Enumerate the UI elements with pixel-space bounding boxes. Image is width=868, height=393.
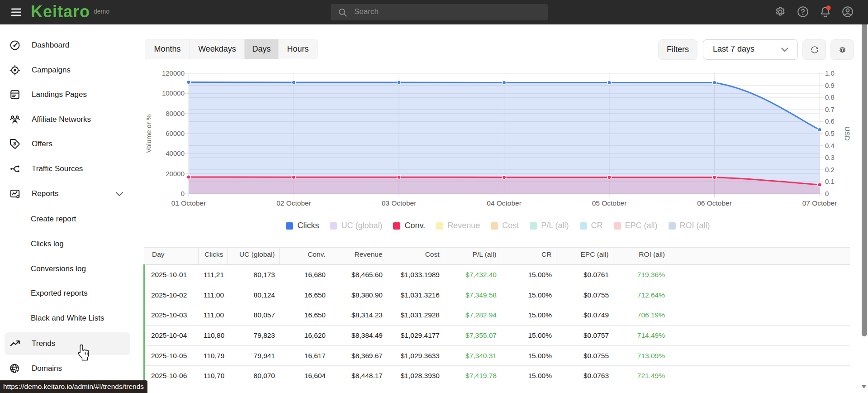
svg-text:0.1: 0.1: [825, 177, 835, 185]
svg-text:02 October: 02 October: [276, 199, 311, 207]
svg-text:20000: 20000: [166, 170, 185, 177]
svg-text:0.9: 0.9: [825, 81, 835, 89]
svg-text:USD: USD: [844, 126, 851, 141]
svg-text:06 October: 06 October: [697, 199, 732, 207]
svg-text:0.2: 0.2: [825, 166, 835, 173]
svg-text:60000: 60000: [166, 129, 185, 137]
svg-text:0.8: 0.8: [825, 93, 835, 101]
svg-text:0.7: 0.7: [825, 105, 835, 113]
svg-text:01 October: 01 October: [171, 199, 206, 207]
svg-text:80000: 80000: [166, 110, 185, 117]
svg-text:0: 0: [825, 190, 829, 197]
svg-text:03 October: 03 October: [382, 199, 417, 207]
svg-text:0.6: 0.6: [825, 117, 835, 125]
svg-text:0: 0: [181, 190, 185, 197]
svg-text:0.3: 0.3: [825, 153, 835, 161]
svg-text:0.5: 0.5: [825, 129, 835, 137]
svg-text:1.0: 1.0: [825, 69, 835, 77]
svg-text:0.4: 0.4: [825, 142, 835, 149]
svg-text:$: $: [14, 141, 16, 146]
svg-text:Volume or %: Volume or %: [145, 114, 152, 153]
svg-text:07 October: 07 October: [802, 199, 837, 207]
svg-text:05 October: 05 October: [592, 199, 627, 207]
svg-text:100000: 100000: [162, 89, 185, 97]
svg-text:04 October: 04 October: [487, 199, 522, 207]
svg-text:40000: 40000: [166, 149, 185, 157]
svg-text:120000: 120000: [162, 69, 185, 77]
